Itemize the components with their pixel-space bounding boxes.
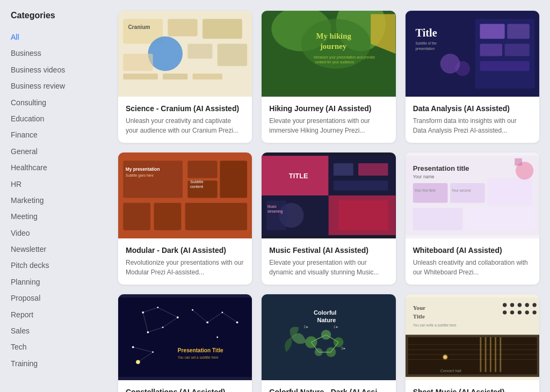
svg-text:context for your audience.: context for your audience. xyxy=(315,60,355,64)
card-desc-modular: Revolutionize your presentations with ou… xyxy=(126,258,244,277)
card-thumbnail-hiking: My hiking journey Introduce your present… xyxy=(262,11,395,97)
sidebar-item-education[interactable]: Education xyxy=(11,111,107,127)
svg-point-121 xyxy=(525,303,529,307)
svg-rect-141 xyxy=(500,337,501,372)
sidebar-item-pitch-decks[interactable]: Pitch decks xyxy=(11,257,107,273)
svg-text:streaming: streaming xyxy=(267,209,283,214)
card-desc-whiteboard: Unleash creativity and collaboration wit… xyxy=(413,258,532,277)
svg-rect-56 xyxy=(338,200,388,230)
svg-text:content: content xyxy=(190,184,203,189)
svg-text:2►: 2► xyxy=(304,325,309,329)
svg-text:Concert hall: Concert hall xyxy=(440,368,461,373)
card-title-nature: Colorful Nature - Dark (AI Assi... xyxy=(269,388,388,392)
svg-point-135 xyxy=(444,355,447,359)
sidebar-item-marketing[interactable]: Marketing xyxy=(11,192,107,208)
card-nature[interactable]: Colorful Nature 2► 1► 3► Colorful Nature… xyxy=(262,294,395,392)
card-cranium[interactable]: Cranium Science - Cranium (AI Assisted)U… xyxy=(118,11,252,143)
svg-text:1►: 1► xyxy=(334,325,339,329)
card-whiteboard[interactable]: Presentation title Your name Your first … xyxy=(406,153,539,285)
card-hiking[interactable]: My hiking journey Introduce your present… xyxy=(262,11,395,143)
card-music[interactable]: TITLE Music streaming Music Festival (AI… xyxy=(262,153,395,285)
svg-text:Your second: Your second xyxy=(452,188,471,192)
svg-rect-129 xyxy=(408,337,537,374)
sidebar-item-business[interactable]: Business xyxy=(11,45,107,61)
svg-point-120 xyxy=(517,303,521,307)
svg-text:Subtitle of the: Subtitle of the xyxy=(415,41,437,45)
svg-point-125 xyxy=(517,310,521,314)
sidebar-item-sales[interactable]: Sales xyxy=(11,323,107,339)
svg-point-97 xyxy=(136,360,140,364)
svg-rect-9 xyxy=(123,74,158,79)
svg-rect-10 xyxy=(163,74,187,79)
sidebar-item-healthcare[interactable]: Healthcare xyxy=(11,159,107,176)
sidebar-item-planning[interactable]: Planning xyxy=(11,274,107,290)
svg-text:Title: Title xyxy=(413,313,425,320)
card-title-constellations: Constellations (AI Assisted) xyxy=(126,388,244,392)
sidebar-item-consulting[interactable]: Consulting xyxy=(11,95,107,111)
sidebar: Categories AllBusinessBusiness videosBus… xyxy=(11,11,107,392)
card-title-hiking: Hiking Journey (AI Assisted) xyxy=(269,104,388,113)
svg-text:Subtitle goes here: Subtitle goes here xyxy=(126,173,154,178)
sidebar-item-tech[interactable]: Tech xyxy=(11,339,107,355)
svg-text:Your: Your xyxy=(413,304,425,311)
svg-text:journey: journey xyxy=(320,42,347,50)
sidebar-item-business-review[interactable]: Business review xyxy=(11,78,107,94)
svg-rect-37 xyxy=(220,161,247,198)
card-body-nature: Colorful Nature - Dark (AI Assi...A whim… xyxy=(262,380,395,392)
card-body-hiking: Hiking Journey (AI Assisted)Elevate your… xyxy=(262,97,395,143)
svg-text:You can set a subtitle here: You can set a subtitle here xyxy=(178,355,219,359)
sidebar-item-video[interactable]: Video xyxy=(11,225,107,241)
card-body-modular: Modular - Dark (AI Assisted)Revolutioniz… xyxy=(118,238,252,285)
svg-point-124 xyxy=(510,310,514,314)
svg-text:TITLE: TITLE xyxy=(289,172,308,180)
svg-rect-5 xyxy=(123,54,153,71)
sidebar-item-hr[interactable]: HR xyxy=(11,176,107,192)
card-data[interactable]: Title Subtitle of the presentation Data … xyxy=(406,11,539,143)
svg-text:My presentation: My presentation xyxy=(126,166,160,172)
card-thumbnail-whiteboard: Presentation title Your name Your first … xyxy=(406,153,539,238)
svg-rect-64 xyxy=(487,178,532,206)
card-modular[interactable]: My presentation Subtitle goes here Subti… xyxy=(118,153,252,285)
sidebar-title: Categories xyxy=(11,11,107,20)
svg-rect-71 xyxy=(118,297,252,377)
sidebar-item-report[interactable]: Report xyxy=(11,307,107,323)
sidebar-item-all[interactable]: All xyxy=(11,29,107,45)
svg-rect-6 xyxy=(187,44,212,59)
card-thumbnail-nature: Colorful Nature 2► 1► 3► xyxy=(262,294,395,380)
svg-text:Introduce your presentation an: Introduce your presentation and provide xyxy=(314,55,375,60)
svg-rect-68 xyxy=(515,158,522,166)
svg-point-127 xyxy=(532,310,536,314)
svg-rect-28 xyxy=(480,44,502,56)
card-constellations[interactable]: Presentation Title You can set a subtitl… xyxy=(118,294,252,392)
svg-rect-137 xyxy=(480,337,481,372)
card-body-whiteboard: Whiteboard (AI Assisted)Unleash creativi… xyxy=(406,238,539,285)
card-desc-music: Elevate your presentation with our dynam… xyxy=(269,258,388,277)
card-thumbnail-music: TITLE Music streaming xyxy=(262,153,395,238)
sidebar-item-newsletter[interactable]: Newsletter xyxy=(11,241,107,257)
sidebar-item-finance[interactable]: Finance xyxy=(11,127,107,143)
sidebar-item-training[interactable]: Training xyxy=(11,355,107,372)
svg-rect-27 xyxy=(507,24,530,39)
card-title-music: Music Festival (AI Assisted) xyxy=(269,246,388,255)
main-content: Cranium Science - Cranium (AI Assisted)U… xyxy=(118,11,539,392)
svg-rect-7 xyxy=(218,44,247,67)
svg-text:Subtitle: Subtitle xyxy=(190,179,204,184)
svg-text:Presentation Title: Presentation Title xyxy=(178,347,223,353)
sidebar-items-list: AllBusinessBusiness videosBusiness revie… xyxy=(11,29,107,372)
svg-text:Nature: Nature xyxy=(317,317,336,323)
svg-point-123 xyxy=(503,310,506,314)
svg-text:Colorful: Colorful xyxy=(314,309,336,316)
card-title-sheet: Sheet Music (AI Assisted) xyxy=(413,388,532,392)
sidebar-item-business-videos[interactable]: Business videos xyxy=(11,62,107,78)
svg-rect-11 xyxy=(193,74,222,79)
sidebar-item-proposal[interactable]: Proposal xyxy=(11,290,107,306)
card-body-sheet: Sheet Music (AI Assisted)Elevate your pr… xyxy=(406,380,539,392)
sidebar-item-meeting[interactable]: Meeting xyxy=(11,208,107,224)
svg-text:3►: 3► xyxy=(341,346,346,350)
svg-rect-41 xyxy=(154,203,181,230)
sidebar-item-general[interactable]: General xyxy=(11,143,107,159)
card-sheet[interactable]: Your Title You can write a subtitle here xyxy=(406,294,539,392)
svg-rect-140 xyxy=(495,337,496,372)
svg-text:You can write a subtitle here: You can write a subtitle here xyxy=(413,323,457,327)
svg-text:Presentation title: Presentation title xyxy=(413,164,469,172)
